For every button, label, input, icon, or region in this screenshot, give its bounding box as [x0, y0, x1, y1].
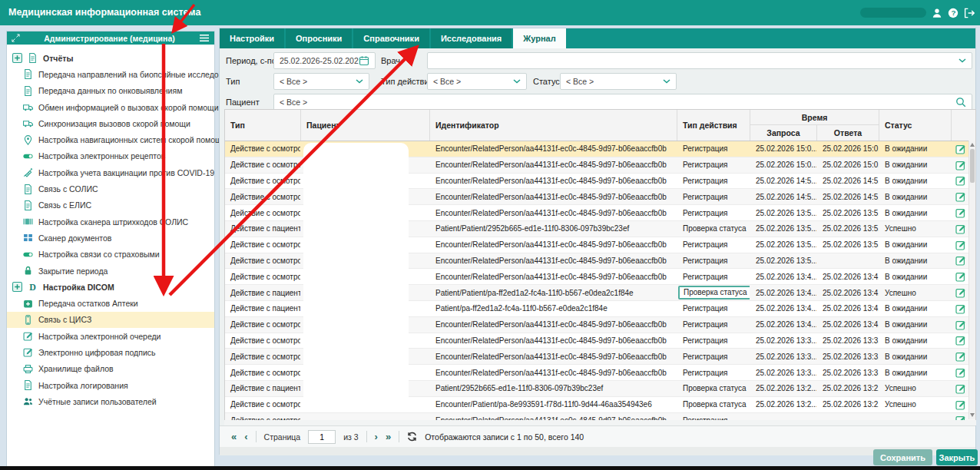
sidebar-item[interactable]: Связь с ЕЛИС	[7, 197, 214, 213]
sidebar-item[interactable]: Электронно цифровая подпись	[7, 344, 214, 360]
search-icon[interactable]	[955, 97, 966, 108]
sidebar-item[interactable]: Сканер документов	[7, 230, 214, 246]
edit-icon[interactable]	[955, 144, 966, 154]
user-icon[interactable]	[932, 8, 942, 18]
sidebar-item[interactable]: Настройка логирования	[7, 377, 214, 393]
doctor-select[interactable]	[427, 52, 972, 69]
prev-page-button[interactable]: ‹	[244, 432, 247, 442]
edit-icon[interactable]	[955, 383, 966, 394]
focused-cell[interactable]: Проверка статуса	[678, 286, 750, 300]
type-label: Тип	[226, 73, 240, 90]
edit-icon[interactable]	[955, 223, 966, 234]
sidebar-item[interactable]: DНастройка DICOM	[7, 279, 214, 295]
sidebar-item-label: Учётные записи пользователей	[38, 397, 157, 406]
device-icon	[23, 315, 33, 325]
last-page-button[interactable]: »	[386, 432, 391, 442]
sidebar-item[interactable]: Связь с СОЛИС	[7, 180, 214, 197]
table-row[interactable]: Действие с осмотромEncounter/RelatedPers…	[225, 413, 975, 420]
tab-researches[interactable]: Исследования	[431, 28, 512, 48]
tab-questionnaires[interactable]: Опросники	[286, 28, 352, 48]
edit-icon[interactable]	[955, 191, 966, 202]
tab-settings[interactable]: Настройки	[220, 28, 284, 48]
status-select[interactable]: < Все >	[560, 73, 677, 90]
sidebar-item[interactable]: Синхронизация вызовов скорой помощи	[7, 115, 214, 131]
edit-icon[interactable]	[955, 335, 966, 346]
tab-journal[interactable]: Журнал	[513, 28, 565, 48]
sidebar-item[interactable]: Настройка сканера штрихкодов СОЛИС	[7, 213, 214, 230]
sidebar-item[interactable]: Настройка электронной очереди	[7, 328, 214, 344]
column-header-time[interactable]: Время	[750, 110, 879, 125]
scroll-up-icon[interactable]	[970, 143, 975, 147]
period-input[interactable]: 25.02.2026-25.02.2026	[273, 52, 376, 69]
chevron-down-icon[interactable]	[663, 79, 670, 84]
sidebar-item-label: Настройка сканера штрихкодов СОЛИС	[38, 217, 188, 227]
column-header-patient[interactable]: Пациент	[301, 110, 430, 141]
tab-references[interactable]: Справочники	[353, 28, 429, 48]
topbar-actions: ?	[860, 0, 975, 25]
chevron-down-icon[interactable]	[513, 79, 521, 84]
expand-icon[interactable]	[12, 34, 20, 42]
column-header-type[interactable]: Тип	[225, 110, 301, 141]
column-header-response[interactable]: Ответа	[817, 125, 879, 141]
page-number-input[interactable]	[308, 430, 336, 444]
type-select[interactable]: < Все >	[273, 73, 369, 90]
column-header-status[interactable]: Статус	[879, 110, 952, 141]
chevron-down-icon[interactable]	[356, 79, 363, 84]
sidebar-item[interactable]: Учётные записи пользователей	[7, 393, 214, 409]
edit-icon[interactable]	[955, 303, 966, 314]
scrollbar-thumb[interactable]	[970, 149, 975, 183]
scroll-down-icon[interactable]	[970, 413, 975, 417]
expander-plus-icon[interactable]	[12, 282, 22, 292]
cell-type: Действие с осмотром	[225, 141, 301, 157]
sidebar-item[interactable]: Настройка связи со страховыми	[7, 247, 214, 263]
next-page-button[interactable]: ›	[375, 432, 378, 442]
horizontal-scrollbar[interactable]	[224, 420, 976, 425]
edit-icon[interactable]	[955, 399, 966, 410]
patient-input[interactable]: < Все >	[273, 94, 972, 111]
column-header-action-type[interactable]: Тип действия	[677, 110, 750, 141]
chevron-down-icon[interactable]	[958, 58, 966, 64]
edit-icon[interactable]	[955, 207, 966, 218]
vertical-scrollbar[interactable]	[968, 141, 975, 419]
menu-icon[interactable]	[199, 34, 210, 42]
save-button[interactable]: Сохранить	[873, 449, 932, 465]
sidebar-item[interactable]: Отчёты	[7, 50, 214, 66]
edit-icon[interactable]	[955, 271, 966, 282]
sidebar-item[interactable]: Связь с ЦИСЗ	[7, 312, 214, 328]
expander-plus-icon[interactable]	[12, 53, 22, 63]
sidebar-item[interactable]: Настройка навигационных систем скорой по…	[7, 131, 214, 147]
column-header-request[interactable]: Запроса	[750, 125, 817, 141]
edit-icon[interactable]	[955, 351, 966, 362]
sidebar-item[interactable]: Настройка электронных рецептов	[7, 148, 214, 164]
sidebar-item-label: Хранилище файлов	[38, 364, 114, 373]
refresh-icon[interactable]	[407, 432, 417, 442]
first-page-button[interactable]: «	[231, 432, 237, 442]
sidebar-item[interactable]: Закрытие периода	[7, 263, 214, 279]
user-name-pill[interactable]	[860, 8, 926, 18]
sidebar-item[interactable]: Хранилище файлов	[7, 361, 214, 377]
cell-status: В ожидании	[879, 301, 952, 316]
sidebar-item[interactable]: Передача остатков Аптеки	[7, 295, 214, 311]
sidebar-item-label: Настройка логирования	[38, 381, 128, 390]
edit-icon[interactable]	[955, 175, 966, 186]
column-header-identifier[interactable]: Идентификатор	[430, 110, 677, 141]
edit-icon[interactable]	[955, 287, 966, 298]
action-type-select[interactable]: < Все >	[427, 73, 527, 90]
sidebar-item[interactable]: Передача данных по онковыявлениям	[7, 83, 214, 99]
edit-icon[interactable]	[955, 255, 966, 266]
close-button[interactable]: Закрыть	[936, 449, 978, 465]
cell-response-time: 25.02.2026 14:5...	[817, 189, 879, 204]
cell-request-time: 25.02.2026 13:5...	[750, 253, 817, 269]
sidebar-item[interactable]: Передача направлений на биопсийные иссле…	[7, 66, 214, 82]
edit-icon[interactable]	[955, 160, 966, 170]
help-icon[interactable]: ?	[948, 8, 958, 18]
cell-type: Действие с осмотром	[225, 317, 301, 333]
edit-icon[interactable]	[955, 367, 966, 378]
calendar-icon[interactable]	[359, 55, 369, 66]
edit-icon[interactable]	[955, 319, 966, 330]
sidebar-item[interactable]: Настройка учета вакцинации против COVID-…	[7, 164, 214, 180]
logout-icon[interactable]	[964, 8, 975, 18]
edit-icon[interactable]	[955, 240, 966, 250]
sidebar-item[interactable]: Обмен информацией о вызовах скорой помощ…	[7, 99, 214, 115]
sidebar-item-label: Синхронизация вызовов скорой помощи	[38, 119, 190, 128]
